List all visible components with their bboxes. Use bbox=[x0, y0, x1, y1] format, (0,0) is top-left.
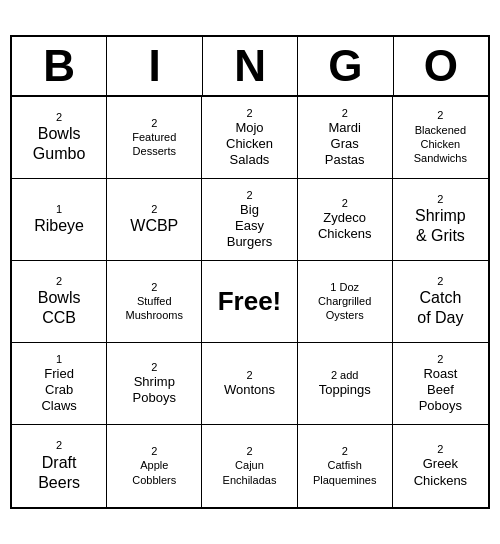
bingo-cell: 1Fried Crab Claws bbox=[12, 343, 107, 425]
cell-text: Featured Desserts bbox=[132, 130, 176, 159]
cell-text: Toppings bbox=[319, 382, 371, 398]
bingo-card: BINGO 2Bowls Gumbo2Featured Desserts2Moj… bbox=[10, 35, 490, 509]
header-letter: B bbox=[12, 37, 107, 95]
bingo-cell: 2Bowls Gumbo bbox=[12, 97, 107, 179]
bingo-cell: 2WCBP bbox=[107, 179, 202, 261]
cell-number: 1 bbox=[56, 203, 62, 216]
cell-text: Bowls Gumbo bbox=[33, 124, 85, 164]
bingo-cell: 2Featured Desserts bbox=[107, 97, 202, 179]
cell-number: 2 bbox=[246, 445, 252, 458]
free-space: Free! bbox=[218, 286, 282, 317]
cell-number: 2 bbox=[151, 445, 157, 458]
cell-text: Apple Cobblers bbox=[132, 458, 176, 487]
cell-text: Zydeco Chickens bbox=[318, 210, 371, 243]
cell-text: Wontons bbox=[224, 382, 275, 398]
cell-number: 2 bbox=[342, 445, 348, 458]
cell-number: 2 bbox=[437, 275, 443, 288]
bingo-cell: 2Big Easy Burgers bbox=[202, 179, 297, 261]
cell-text: Stuffed Mushrooms bbox=[126, 294, 183, 323]
bingo-cell: 2Mojo Chicken Salads bbox=[202, 97, 297, 179]
bingo-header: BINGO bbox=[12, 37, 488, 97]
cell-text: Fried Crab Claws bbox=[41, 366, 76, 415]
bingo-cell: 2Wontons bbox=[202, 343, 297, 425]
cell-number: 2 bbox=[56, 111, 62, 124]
bingo-cell: 2Bowls CCB bbox=[12, 261, 107, 343]
bingo-cell: 1Ribeye bbox=[12, 179, 107, 261]
cell-number: 2 bbox=[437, 443, 443, 456]
cell-number: 2 bbox=[437, 109, 443, 122]
cell-number: 2 bbox=[151, 117, 157, 130]
cell-number: 2 bbox=[56, 439, 62, 452]
header-letter: N bbox=[203, 37, 298, 95]
cell-text: Catfish Plaquemines bbox=[313, 458, 377, 487]
cell-text: Big Easy Burgers bbox=[227, 202, 273, 251]
bingo-cell: 2Zydeco Chickens bbox=[298, 179, 393, 261]
cell-number: 2 bbox=[342, 107, 348, 120]
cell-number: 2 bbox=[342, 197, 348, 210]
bingo-cell: 2 addToppings bbox=[298, 343, 393, 425]
cell-text: Mojo Chicken Salads bbox=[226, 120, 273, 169]
cell-text: Roast Beef Poboys bbox=[419, 366, 462, 415]
bingo-cell: 2Cajun Enchiladas bbox=[202, 425, 297, 507]
header-letter: G bbox=[298, 37, 393, 95]
header-letter: O bbox=[394, 37, 488, 95]
cell-text: Shrimp Poboys bbox=[133, 374, 176, 407]
cell-text: Draft Beers bbox=[38, 453, 80, 493]
bingo-cell: 2Catch of Day bbox=[393, 261, 488, 343]
cell-text: Shrimp & Grits bbox=[415, 206, 466, 246]
bingo-grid: 2Bowls Gumbo2Featured Desserts2Mojo Chic… bbox=[12, 97, 488, 507]
bingo-cell: 2Stuffed Mushrooms bbox=[107, 261, 202, 343]
bingo-cell: 2Apple Cobblers bbox=[107, 425, 202, 507]
cell-number: 2 bbox=[246, 369, 252, 382]
cell-number: 2 bbox=[151, 281, 157, 294]
cell-text: Bowls CCB bbox=[38, 288, 81, 328]
cell-text: Cajun Enchiladas bbox=[223, 458, 277, 487]
cell-number: 2 bbox=[151, 361, 157, 374]
bingo-cell: 2Shrimp & Grits bbox=[393, 179, 488, 261]
cell-number: 1 Doz bbox=[330, 281, 359, 294]
cell-number: 2 bbox=[151, 203, 157, 216]
cell-number: 1 bbox=[56, 353, 62, 366]
cell-number: 2 bbox=[246, 107, 252, 120]
cell-text: Catch of Day bbox=[417, 288, 463, 328]
bingo-cell: 2Catfish Plaquemines bbox=[298, 425, 393, 507]
bingo-cell: 2Blackened Chicken Sandwichs bbox=[393, 97, 488, 179]
cell-number: 2 bbox=[246, 189, 252, 202]
bingo-cell: 2Greek Chickens bbox=[393, 425, 488, 507]
cell-number: 2 add bbox=[331, 369, 359, 382]
bingo-cell: 2Mardi Gras Pastas bbox=[298, 97, 393, 179]
cell-text: Ribeye bbox=[34, 216, 84, 236]
cell-text: WCBP bbox=[130, 216, 178, 236]
bingo-cell: 2Roast Beef Poboys bbox=[393, 343, 488, 425]
cell-text: Chargrilled Oysters bbox=[318, 294, 371, 323]
bingo-cell: 1 DozChargrilled Oysters bbox=[298, 261, 393, 343]
bingo-cell: Free! bbox=[202, 261, 297, 343]
header-letter: I bbox=[107, 37, 202, 95]
cell-text: Greek Chickens bbox=[414, 456, 467, 489]
cell-number: 2 bbox=[437, 193, 443, 206]
bingo-cell: 2Draft Beers bbox=[12, 425, 107, 507]
cell-number: 2 bbox=[437, 353, 443, 366]
cell-text: Blackened Chicken Sandwichs bbox=[414, 123, 467, 166]
bingo-cell: 2Shrimp Poboys bbox=[107, 343, 202, 425]
cell-text: Mardi Gras Pastas bbox=[325, 120, 365, 169]
cell-number: 2 bbox=[56, 275, 62, 288]
